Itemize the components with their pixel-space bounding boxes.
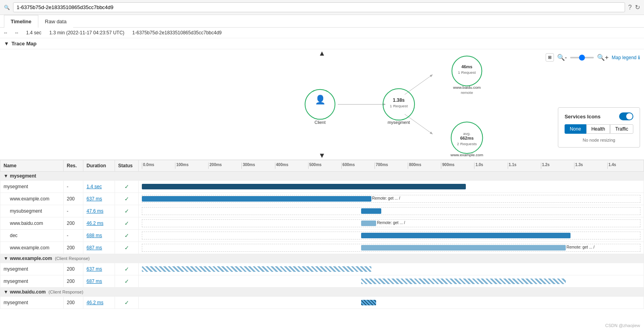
ruler-tick-2: 200ms: [208, 163, 241, 169]
table-row: mysegment - 1.4 sec ✓: [0, 181, 644, 193]
bar: [361, 279, 565, 284]
trace-map: ▲ ▼ 👤 Client 1.38s 1 Request mysegment 4…: [0, 49, 644, 160]
ruler-tick-11: 1.1s: [508, 163, 541, 169]
row-bar-cell: [139, 297, 644, 309]
row-bar-cell: Remote: get ... /: [139, 217, 644, 230]
col-res: Res.: [64, 160, 83, 172]
row-name[interactable]: www.example.com: [0, 193, 64, 205]
bar: [361, 300, 376, 305]
tab-timeline[interactable]: Timeline: [4, 15, 38, 28]
filter-traffic-button[interactable]: Traffic: [610, 124, 633, 134]
status-check: ✓: [124, 245, 129, 251]
col-name: Name: [0, 160, 64, 172]
search-input[interactable]: [13, 2, 625, 12]
tab-raw-data[interactable]: Raw data: [38, 15, 73, 28]
trace-map-title: Trace Map: [11, 41, 37, 47]
ruler-tick-6: 600ms: [341, 163, 375, 169]
meta-duration: 1.4 sec: [26, 30, 41, 36]
filter-buttons: None Health Traffic: [565, 124, 633, 134]
group-expand-icon: ▼: [4, 173, 8, 179]
row-duration[interactable]: 687 ms: [83, 275, 115, 288]
svg-text:remote: remote: [461, 90, 473, 95]
svg-text:www.baidu.com: www.baidu.com: [453, 85, 481, 90]
row-name[interactable]: www.example.com: [0, 242, 64, 254]
row-name[interactable]: mysubsegment: [0, 205, 64, 217]
row-duration[interactable]: 1.4 sec: [83, 181, 115, 193]
group-name-label: www.baidu.com: [10, 289, 46, 295]
fit-map-button[interactable]: ⊞: [546, 53, 554, 62]
map-legend-link[interactable]: Map legend ℹ: [612, 55, 640, 60]
search-icon: 🔍: [4, 5, 10, 10]
bar: Remote: get ... /: [361, 221, 376, 226]
status-check: ✓: [124, 183, 129, 190]
row-name[interactable]: www.baidu.com: [0, 217, 64, 230]
row-bar-cell: [139, 205, 644, 217]
filter-none-button[interactable]: None: [565, 124, 586, 134]
trace-map-header[interactable]: ▼ Trace Map: [0, 38, 644, 49]
trace-nav-up[interactable]: ▲: [316, 49, 328, 57]
svg-text:www.example.com: www.example.com: [450, 153, 483, 157]
row-res: -: [64, 230, 83, 242]
row-duration[interactable]: 637 ms: [83, 193, 115, 205]
map-legend-info-icon: ℹ: [638, 55, 640, 60]
row-status: ✓: [115, 181, 139, 193]
row-duration[interactable]: 46.2 ms: [83, 297, 115, 309]
refresh-icon[interactable]: ↻: [635, 4, 640, 11]
ruler-tick-12: 1.2s: [541, 163, 574, 169]
table-row: mysegment 200 46.2 ms ✓: [0, 297, 644, 309]
table-row: mysegment 200 687 ms ✓: [0, 275, 644, 288]
trace-map-svg: 👤 Client 1.38s 1 Request mysegment 46ms …: [0, 49, 644, 159]
row-duration[interactable]: 47.6 ms: [83, 205, 115, 217]
row-bar-cell: [139, 230, 644, 242]
row-status: ✓: [115, 242, 139, 254]
row-duration[interactable]: 46.2 ms: [83, 217, 115, 230]
group-name-label: mysegment: [10, 173, 36, 179]
dashed-border: [142, 207, 640, 215]
svg-text:2 Requests: 2 Requests: [457, 142, 477, 146]
status-check: ✓: [124, 208, 129, 214]
group-expand-icon: ▼: [4, 256, 8, 261]
row-name[interactable]: mysegment: [0, 181, 64, 193]
meta-dash2: --: [15, 30, 18, 36]
trace-nav-down[interactable]: ▼: [316, 151, 328, 159]
map-legend-label: Map legend: [612, 55, 636, 60]
row-res: 200: [64, 297, 83, 309]
svg-text:👤: 👤: [315, 94, 326, 105]
row-duration[interactable]: 687 ms: [83, 242, 115, 254]
svg-text:Client: Client: [314, 120, 326, 125]
map-legend-area: ⊞ 🔍- 🔍+ Map legend ℹ: [546, 53, 640, 62]
bar-label: Remote: get ... /: [567, 245, 595, 249]
help-icon[interactable]: ?: [628, 4, 632, 11]
row-name[interactable]: dec: [0, 230, 64, 242]
row-bar-cell: [139, 263, 644, 275]
services-toggle[interactable]: [619, 112, 633, 120]
expand-arrow: ▼: [4, 41, 9, 47]
row-duration[interactable]: 637 ms: [83, 263, 115, 275]
bar: [361, 233, 571, 238]
row-status: ✓: [115, 205, 139, 217]
status-check: ✓: [124, 196, 129, 202]
zoom-out-button[interactable]: 🔍-: [557, 54, 567, 61]
row-duration[interactable]: 688 ms: [83, 230, 115, 242]
ruler-tick-5: 500ms: [308, 163, 341, 169]
ruler-tick-13: 1.3s: [574, 163, 607, 169]
meta-trace-id: 1-6375b75d-2e1833510865d35cc7bbc4d9: [132, 30, 222, 36]
row-name[interactable]: mysegment: [0, 297, 64, 309]
meta-timestamp: 1.3 min (2022-11-17 04:23:57 UTC): [49, 30, 124, 36]
timeline-table: Name Res. Duration Status 0.0ms 100ms 20…: [0, 160, 644, 309]
search-bar: 🔍 ? ↻: [0, 0, 644, 15]
services-panel: Services Icons None Health Traffic No no…: [558, 107, 640, 148]
row-name[interactable]: mysegment: [0, 275, 64, 288]
bar: [142, 266, 371, 272]
filter-health-button[interactable]: Health: [586, 124, 610, 134]
zoom-slider[interactable]: [570, 57, 594, 58]
row-name[interactable]: mysegment: [0, 263, 64, 275]
meta-row: -- -- 1.4 sec 1.3 min (2022-11-17 04:23:…: [0, 28, 644, 38]
group-secondary: (Client Response): [47, 290, 83, 294]
zoom-in-button[interactable]: 🔍+: [597, 54, 608, 61]
bar-label: Remote: get ... /: [377, 221, 405, 225]
row-status: ✓: [115, 263, 139, 275]
ruler-tick-8: 800ms: [408, 163, 441, 169]
ruler-tick-1: 100ms: [175, 163, 208, 169]
table-row: mysegment 200 637 ms ✓: [0, 263, 644, 275]
